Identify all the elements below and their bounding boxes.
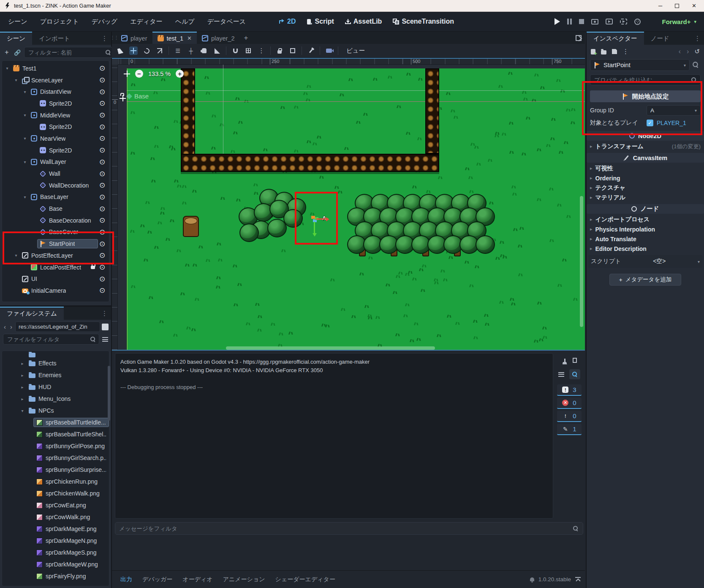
open-documentation-button[interactable]	[693, 61, 701, 69]
visibility-toggle[interactable]: ⊙	[98, 286, 106, 295]
close-button[interactable]: ✕	[692, 3, 696, 9]
view-menu-button[interactable]: ビュー	[343, 46, 368, 56]
visibility-toggle[interactable]: ⊙	[98, 204, 106, 213]
visibility-toggle[interactable]: ⊙	[98, 111, 106, 120]
folder-item-Effects[interactable]: ▸Effects	[2, 357, 109, 369]
visibility-toggle[interactable]: ⊙	[98, 99, 106, 108]
dock-menu-icon[interactable]: ⋮	[691, 35, 704, 42]
stop-button[interactable]	[579, 19, 584, 24]
new-scene-tab-button[interactable]: +	[240, 32, 253, 44]
fold-section-テクスチャ[interactable]: ▸テクスチャ	[590, 183, 701, 193]
nav-forward-icon[interactable]: ›	[9, 323, 14, 330]
expand-viewport-icon[interactable]	[576, 35, 582, 41]
scene-tree-item-BaseCover[interactable]: BaseCover⊙	[2, 226, 109, 238]
menu-データベース[interactable]: データベース	[203, 15, 250, 28]
add-node-button[interactable]: +	[3, 49, 11, 56]
file-item-sprBaseballTurtleIdle....[interactable]: sprBaseballTurtleIdle....	[2, 416, 109, 428]
clear-output-icon[interactable]	[564, 359, 565, 362]
bottom-tab-デバッガー[interactable]: デバッガー	[138, 573, 177, 586]
file-item-sprCowEat.png[interactable]: sprCowEat.png	[2, 499, 109, 511]
scene-tree-item-Test1[interactable]: ▾Test1⊙	[2, 63, 109, 74]
visibility-toggle[interactable]: ⊙	[98, 64, 106, 73]
search-messages-button[interactable]	[569, 369, 580, 379]
visibility-toggle[interactable]: ⊙	[98, 240, 106, 248]
scene-tree-item-Sprite2D[interactable]: Sprite2D⊙	[2, 98, 109, 109]
visibility-toggle[interactable]: ⊙	[98, 193, 106, 201]
alert-count-badge[interactable]: !3	[557, 384, 582, 396]
play-custom-scene-button[interactable]	[620, 19, 627, 24]
scene-tree-item-BaseLayer[interactable]: ▾BaseLayer⊙	[2, 191, 109, 203]
object-history-icon[interactable]: ↺	[694, 48, 700, 55]
list-select-tool-button[interactable]: ☰	[174, 46, 182, 55]
pause-button[interactable]	[567, 19, 572, 24]
tab-filesystem[interactable]: ファイルシステム	[0, 307, 64, 320]
section-header-開始地点設定[interactable]: 開始地点設定	[590, 90, 701, 102]
output-log[interactable]: Action Game Maker 1.0.20 based on Godot …	[115, 353, 553, 519]
dock-menu-icon[interactable]: ⋮	[98, 310, 111, 317]
save-resource-button[interactable]	[612, 49, 617, 54]
scene-tree-item-Sprite2D[interactable]: Sprite2D⊙	[2, 121, 109, 133]
lock-object-button[interactable]	[275, 46, 284, 55]
tab-scene[interactable]: シーン	[0, 32, 32, 45]
tab-node[interactable]: ノード	[644, 32, 676, 45]
snap-options-menu-icon[interactable]: ⋮	[257, 46, 266, 55]
folder-item-Enemies[interactable]: ▸Enemies	[2, 369, 109, 381]
error-count-badge[interactable]: ✕0	[557, 397, 582, 409]
visibility-toggle[interactable]: ⊙	[98, 122, 106, 131]
nav-back-icon[interactable]: ‹	[3, 323, 7, 330]
menu-デバッグ[interactable]: デバッグ	[87, 15, 122, 28]
rotate-tool-button[interactable]	[142, 46, 151, 55]
preview-camera-button[interactable]	[325, 46, 333, 55]
scene-tree-item-WallLayer[interactable]: ▾WallLayer⊙	[2, 156, 109, 168]
scene-tree-item-WallDecoration[interactable]: WallDecoration⊙	[2, 180, 109, 191]
fold-section-マテリアル[interactable]: ▸マテリアル	[590, 193, 701, 202]
menu-プロジェクト[interactable]: プロジェクト	[35, 15, 84, 28]
file-item-sprFairyFly.png[interactable]: sprFairyFly.png	[2, 570, 109, 582]
scene-tree-item-PostEffectLayer[interactable]: ▾PostEffectLayer⊙	[2, 250, 109, 261]
file-filter-input[interactable]	[3, 334, 99, 345]
script-row[interactable]: スクリプト<空>▾	[588, 255, 702, 268]
visibility-toggle[interactable]: ⊙	[98, 87, 106, 96]
folder-item-Menu_Icons[interactable]: ▸Menu_Icons	[2, 393, 109, 405]
menu-ヘルプ[interactable]: ヘルプ	[171, 15, 199, 28]
new-resource-button[interactable]	[591, 49, 595, 54]
visibility-toggle[interactable]: ⊙	[98, 251, 106, 260]
skeleton-options-button[interactable]	[307, 46, 315, 55]
ruler-tool-button[interactable]	[213, 46, 221, 55]
scene-tree-item-Sprite2D[interactable]: Sprite2D⊙	[2, 144, 109, 156]
visibility-toggle[interactable]: ⊙	[98, 146, 106, 155]
visibility-toggle[interactable]: ⊙	[98, 275, 106, 283]
mode-scenetransition-button[interactable]: SceneTransition	[393, 18, 454, 25]
dock-grip[interactable]: ⋮⋮	[112, 32, 116, 44]
visibility-toggle[interactable]: ⊙	[98, 158, 106, 166]
checkbox[interactable]: ✓	[647, 120, 653, 126]
group-object-button[interactable]	[288, 46, 297, 55]
file-item-sprDarkMageS.png[interactable]: sprDarkMageS.png	[2, 547, 109, 558]
mode-2d-button[interactable]: 2D	[279, 18, 296, 25]
mode-script-button[interactable]: Script	[307, 18, 334, 25]
folder-item-HUD[interactable]: ▸HUD	[2, 381, 109, 393]
dropdown-Group ID[interactable]: A▾	[647, 105, 701, 116]
tab-import[interactable]: インポート	[32, 32, 77, 45]
scene-tree-item-DistantView[interactable]: ▾DistantView⊙	[2, 86, 109, 98]
file-item-sprDarkMageW.png[interactable]: sprDarkMageW.png	[2, 558, 109, 570]
fold-section-Physics Interpolation[interactable]: ▸Physics Interpolation	[590, 224, 701, 234]
play-button[interactable]	[555, 18, 560, 25]
filesystem-scrollbar[interactable]	[108, 366, 110, 421]
minimize-button[interactable]: ─	[658, 3, 662, 9]
scene-tree-item-NearView[interactable]: ▾NearView⊙	[2, 133, 109, 144]
move-tool-button[interactable]	[129, 46, 138, 55]
mode-assetlib-button[interactable]: AssetLib	[345, 18, 382, 25]
property-filter-input[interactable]	[590, 74, 701, 85]
fold-section-可視性[interactable]: ▸可視性	[590, 163, 701, 173]
fold-section-インポートプロセス[interactable]: ▸インポートプロセス	[590, 215, 701, 224]
scene-tab-player[interactable]: player	[116, 32, 152, 44]
bottom-tab-アニメーション[interactable]: アニメーション	[219, 573, 269, 586]
scene-tree-item-SceneLayer[interactable]: ▾SceneLayer⊙	[2, 74, 109, 86]
zoom-out-button[interactable]: −	[135, 70, 143, 78]
file-item-sprChickenWalk.png[interactable]: sprChickenWalk.png	[2, 487, 109, 499]
pan-tool-button[interactable]	[200, 46, 208, 55]
notifications-bell-icon[interactable]	[530, 577, 534, 581]
visibility-toggle[interactable]: ⊙	[98, 76, 106, 84]
bottom-tab-出力[interactable]: 出力	[116, 573, 136, 586]
